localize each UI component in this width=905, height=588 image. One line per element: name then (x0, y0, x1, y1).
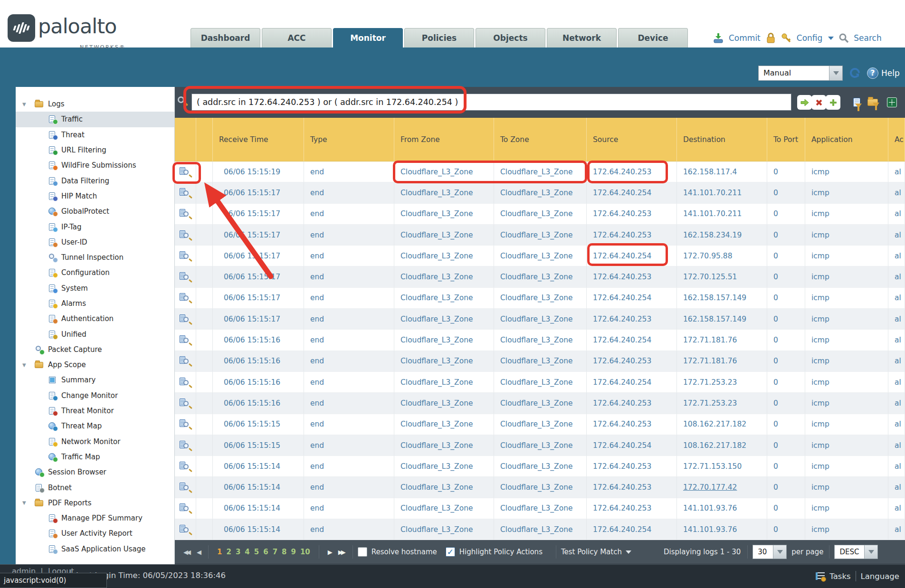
log-detail-cell[interactable] (175, 330, 196, 351)
sidebar-item-botnet[interactable]: Botnet (16, 480, 174, 495)
cell-to_port[interactable]: 0 (767, 498, 805, 519)
cell-from_zone[interactable]: Cloudflare_L3_Zone (394, 477, 494, 498)
cell-receive_time[interactable]: 06/06 15:15:14 (213, 498, 304, 519)
cell-source[interactable]: 172.64.240.254 (587, 330, 677, 351)
log-detail-magnifier-icon[interactable] (180, 230, 191, 240)
cell-from_zone[interactable]: Cloudflare_L3_Zone (394, 225, 494, 246)
column-header-source[interactable]: Source (587, 118, 677, 161)
tab-objects[interactable]: Objects (476, 28, 545, 47)
test-policy-match-button[interactable]: Test Policy Match (561, 548, 631, 556)
cell-destination[interactable]: 162.158.234.19 (677, 225, 767, 246)
cell-source[interactable]: 172.64.240.253 (587, 204, 677, 225)
log-detail-magnifier-icon[interactable] (180, 356, 191, 366)
column-header-to_zone[interactable]: To Zone (494, 118, 587, 161)
cell-to_zone[interactable]: Cloudflare_L3_Zone (494, 288, 587, 309)
cell-application[interactable]: icmp (805, 309, 888, 330)
cell-to_port[interactable]: 0 (767, 393, 805, 414)
per-page-dropdown-button[interactable] (773, 545, 786, 559)
cell-action[interactable]: al (888, 204, 905, 225)
cell-application[interactable]: icmp (805, 204, 888, 225)
sidebar-item-logs[interactable]: ▼Logs (16, 96, 174, 112)
refresh-interval-dropdown-button[interactable] (829, 66, 842, 80)
cell-destination[interactable]: 141.101.70.211 (677, 204, 767, 225)
cell-type[interactable]: end (304, 182, 394, 203)
language-button[interactable]: Language (861, 572, 899, 581)
log-detail-cell[interactable] (175, 204, 196, 225)
log-detail-magnifier-icon[interactable] (180, 251, 191, 261)
load-filter-button[interactable] (865, 95, 881, 110)
sidebar-item-manage-pdf-summary[interactable]: Manage PDF Summary (16, 511, 174, 526)
cell-type[interactable]: end (304, 161, 394, 182)
cell-to_port[interactable]: 0 (767, 182, 805, 203)
cell-source[interactable]: 172.64.240.253 (587, 225, 677, 246)
cell-source[interactable]: 172.64.240.253 (587, 266, 677, 287)
log-detail-magnifier-icon[interactable] (180, 525, 191, 534)
cell-type[interactable]: end (304, 351, 394, 372)
sidebar-item-threat-monitor[interactable]: Threat Monitor (16, 403, 174, 418)
log-detail-cell[interactable] (175, 246, 196, 266)
cell-destination[interactable]: 141.101.93.76 (677, 498, 767, 519)
cell-receive_time[interactable]: 06/06 15:15:19 (213, 161, 304, 182)
cell-application[interactable]: icmp (805, 456, 888, 477)
page-9[interactable]: 9 (291, 548, 296, 556)
cell-source[interactable]: 172.64.240.253 (587, 498, 677, 519)
log-detail-magnifier-icon[interactable] (180, 314, 191, 324)
log-detail-magnifier-icon[interactable] (180, 503, 191, 513)
cell-to_zone[interactable]: Cloudflare_L3_Zone (494, 414, 587, 435)
cell-action[interactable]: al (888, 246, 905, 266)
sidebar-item-data-filtering[interactable]: Data Filtering (16, 173, 174, 188)
lock-icon[interactable] (765, 32, 776, 44)
log-detail-cell[interactable] (175, 372, 196, 393)
cell-type[interactable]: end (304, 477, 394, 498)
log-detail-cell[interactable] (175, 309, 196, 330)
cell-application[interactable]: icmp (805, 393, 888, 414)
cell-to_zone[interactable]: Cloudflare_L3_Zone (494, 204, 587, 225)
cell-type[interactable]: end (304, 414, 394, 435)
sidebar-item-traffic-map[interactable]: Traffic Map (16, 449, 174, 465)
cell-application[interactable]: icmp (805, 372, 888, 393)
cell-receive_time[interactable]: 06/06 15:15:16 (213, 351, 304, 372)
cell-action[interactable]: al (888, 351, 905, 372)
log-detail-cell[interactable] (175, 288, 196, 309)
cell-from_zone[interactable]: Cloudflare_L3_Zone (394, 161, 494, 182)
clear-filter-button[interactable] (811, 95, 826, 110)
sidebar-item-pdf-reports[interactable]: ▼PDF Reports (16, 495, 174, 511)
cell-type[interactable]: end (304, 330, 394, 351)
cell-application[interactable]: icmp (805, 182, 888, 203)
cell-from_zone[interactable]: Cloudflare_L3_Zone (394, 372, 494, 393)
cell-receive_time[interactable]: 06/06 15:15:15 (213, 414, 304, 435)
cell-receive_time[interactable]: 06/06 15:15:17 (213, 204, 304, 225)
sidebar-item-hip-match[interactable]: HIP Match (16, 189, 174, 204)
log-detail-magnifier-icon[interactable] (180, 398, 191, 408)
cell-action[interactable]: al (888, 372, 905, 393)
commit-button[interactable]: Commit (729, 33, 761, 43)
cell-source[interactable]: 172.64.240.253 (587, 456, 677, 477)
cell-action[interactable]: al (888, 477, 905, 498)
page-7[interactable]: 7 (273, 548, 277, 556)
cell-source[interactable]: 172.64.240.254 (587, 246, 677, 266)
tab-policies[interactable]: Policies (404, 28, 474, 47)
sort-order-select[interactable]: DESC (834, 545, 878, 559)
cell-to_zone[interactable]: Cloudflare_L3_Zone (494, 372, 587, 393)
cell-type[interactable]: end (304, 456, 394, 477)
cell-destination[interactable]: 162.158.157.149 (677, 288, 767, 309)
cell-application[interactable]: icmp (805, 351, 888, 372)
sidebar-item-app-scope[interactable]: ▼App Scope (16, 357, 174, 372)
page-3[interactable]: 3 (236, 548, 240, 556)
per-page-select[interactable]: 30 (753, 545, 787, 559)
cell-destination[interactable]: 162.158.117.4 (677, 161, 767, 182)
cell-application[interactable]: icmp (805, 288, 888, 309)
filter-query-input[interactable] (191, 94, 791, 111)
log-detail-cell[interactable] (175, 225, 196, 246)
cell-receive_time[interactable]: 06/06 15:15:17 (213, 246, 304, 266)
cell-destination[interactable]: 172.71.253.23 (677, 393, 767, 414)
tab-acc[interactable]: ACC (262, 28, 332, 47)
log-detail-cell[interactable] (175, 519, 196, 540)
cell-destination[interactable]: 172.70.125.51 (677, 266, 767, 287)
help-button[interactable]: ? Help (867, 67, 900, 79)
sidebar-item-globalprotect[interactable]: GlobalProtect (16, 204, 174, 219)
cell-from_zone[interactable]: Cloudflare_L3_Zone (394, 414, 494, 435)
log-detail-cell[interactable] (175, 393, 196, 414)
cell-to_port[interactable]: 0 (767, 351, 805, 372)
cell-type[interactable]: end (304, 519, 394, 540)
